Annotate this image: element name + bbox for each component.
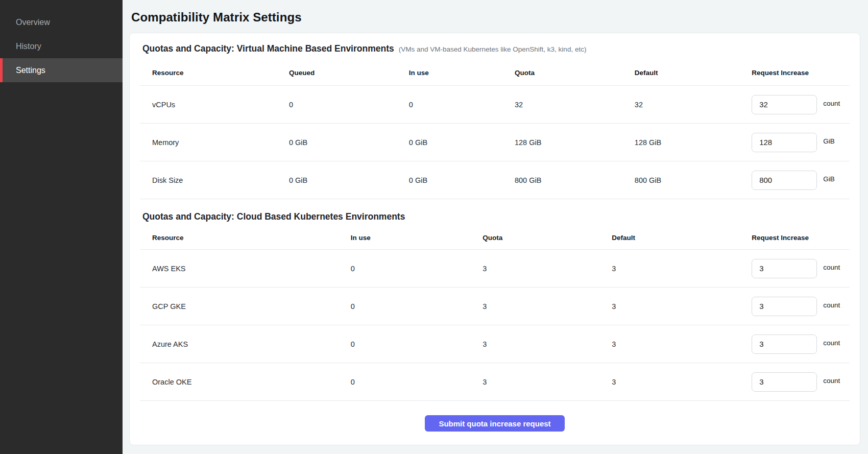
quota-value: 128 GiB bbox=[515, 138, 635, 147]
column-header-quota: Quota bbox=[483, 234, 612, 242]
request-increase-cell: count bbox=[752, 334, 850, 354]
table-row-oracle-oke: Oracle OKE 0 3 3 count bbox=[140, 363, 850, 401]
resource-name: Azure AKS bbox=[140, 340, 351, 348]
sidebar-item-label: History bbox=[16, 42, 41, 51]
quota-value: 3 bbox=[483, 302, 612, 310]
table-row-gcp-gke: GCP GKE 0 3 3 count bbox=[140, 288, 850, 325]
active-indicator bbox=[0, 58, 3, 82]
in-use-value: 0 GiB bbox=[409, 176, 515, 184]
resource-name: AWS EKS bbox=[140, 265, 351, 273]
vm-section-header: Quotas and Capacity: Virtual Machine Bas… bbox=[142, 43, 850, 54]
unit-label: count bbox=[823, 377, 840, 385]
sidebar-nav: Overview History Settings bbox=[0, 0, 123, 82]
column-header-request-increase: Request Increase bbox=[752, 234, 850, 242]
settings-card: Quotas and Capacity: Virtual Machine Bas… bbox=[129, 33, 860, 445]
unit-label: GiB bbox=[823, 137, 835, 145]
resource-name: vCPUs bbox=[140, 101, 289, 109]
unit-label: GiB bbox=[823, 175, 835, 183]
quota-value: 800 GiB bbox=[515, 176, 635, 184]
table-row-aws-eks: AWS EKS 0 3 3 count bbox=[140, 250, 850, 288]
column-header-request-increase: Request Increase bbox=[752, 69, 850, 77]
quota-value: 3 bbox=[483, 340, 612, 348]
default-value: 32 bbox=[635, 101, 752, 109]
in-use-value: 0 bbox=[351, 265, 483, 273]
column-header-default: Default bbox=[612, 234, 752, 242]
sidebar-item-overview[interactable]: Overview bbox=[0, 10, 123, 34]
disk-size-request-input[interactable] bbox=[752, 171, 817, 190]
column-header-default: Default bbox=[635, 69, 752, 77]
sidebar-item-label: Settings bbox=[16, 66, 45, 75]
vm-section-subtitle: (VMs and VM-based Kubernetes like OpenSh… bbox=[399, 45, 587, 53]
cloud-quota-table: Resource In use Quota Default Request In… bbox=[140, 226, 850, 401]
quota-value: 3 bbox=[483, 265, 612, 273]
resource-name: Disk Size bbox=[140, 176, 289, 184]
quota-value: 32 bbox=[515, 101, 635, 109]
vcpus-request-input[interactable] bbox=[752, 95, 817, 114]
default-value: 128 GiB bbox=[635, 138, 752, 147]
in-use-value: 0 bbox=[351, 302, 483, 310]
cloud-section-header: Quotas and Capacity: Cloud Based Kuberne… bbox=[142, 211, 850, 222]
column-header-resource: Resource bbox=[140, 234, 351, 242]
default-value: 800 GiB bbox=[635, 176, 752, 184]
table-row-memory: Memory 0 GiB 0 GiB 128 GiB 128 GiB GiB bbox=[140, 124, 850, 161]
column-header-resource: Resource bbox=[140, 69, 289, 77]
column-header-queued: Queued bbox=[289, 69, 409, 77]
table-row-vcpus: vCPUs 0 0 32 32 count bbox=[140, 86, 850, 124]
in-use-value: 0 GiB bbox=[409, 138, 515, 147]
azure-aks-request-input[interactable] bbox=[752, 334, 817, 354]
request-increase-cell: count bbox=[752, 259, 850, 278]
resource-name: Oracle OKE bbox=[140, 378, 351, 386]
gcp-gke-request-input[interactable] bbox=[752, 297, 817, 316]
default-value: 3 bbox=[612, 265, 752, 273]
in-use-value: 0 bbox=[409, 101, 515, 109]
queued-value: 0 GiB bbox=[289, 176, 409, 184]
unit-label: count bbox=[823, 339, 840, 347]
column-header-in-use: In use bbox=[351, 234, 483, 242]
cloud-section-title: Quotas and Capacity: Cloud Based Kuberne… bbox=[142, 211, 405, 222]
table-row-disk-size: Disk Size 0 GiB 0 GiB 800 GiB 800 GiB Gi… bbox=[140, 161, 850, 199]
unit-label: count bbox=[823, 100, 840, 107]
main-content: Compatibility Matrix Settings Quotas and… bbox=[123, 0, 868, 454]
request-increase-cell: count bbox=[752, 372, 850, 392]
queued-value: 0 bbox=[289, 101, 409, 109]
sidebar-item-history[interactable]: History bbox=[0, 34, 123, 58]
table-row-azure-aks: Azure AKS 0 3 3 count bbox=[140, 325, 850, 363]
queued-value: 0 GiB bbox=[289, 138, 409, 147]
in-use-value: 0 bbox=[351, 378, 483, 386]
submit-quota-increase-button[interactable]: Submit quota increase request bbox=[425, 415, 564, 432]
column-header-in-use: In use bbox=[409, 69, 515, 77]
default-value: 3 bbox=[612, 302, 752, 310]
resource-name: Memory bbox=[140, 138, 289, 147]
default-value: 3 bbox=[612, 340, 752, 348]
vm-section-title: Quotas and Capacity: Virtual Machine Bas… bbox=[142, 43, 394, 54]
column-header-quota: Quota bbox=[515, 69, 635, 77]
memory-request-input[interactable] bbox=[752, 133, 817, 152]
submit-button-row: Submit quota increase request bbox=[140, 415, 850, 432]
request-increase-cell: GiB bbox=[752, 171, 850, 190]
request-increase-cell: count bbox=[752, 95, 850, 114]
quota-value: 3 bbox=[483, 378, 612, 386]
oracle-oke-request-input[interactable] bbox=[752, 372, 817, 392]
in-use-value: 0 bbox=[351, 340, 483, 348]
vm-table-header: Resource Queued In use Quota Default Req… bbox=[140, 60, 850, 86]
unit-label: count bbox=[823, 301, 840, 309]
unit-label: count bbox=[823, 264, 840, 271]
sidebar-item-label: Overview bbox=[16, 18, 50, 27]
resource-name: GCP GKE bbox=[140, 302, 351, 310]
cloud-table-header: Resource In use Quota Default Request In… bbox=[140, 226, 850, 250]
default-value: 3 bbox=[612, 378, 752, 386]
sidebar: Overview History Settings bbox=[0, 0, 123, 454]
request-increase-cell: count bbox=[752, 297, 850, 316]
sidebar-item-settings[interactable]: Settings bbox=[0, 58, 123, 82]
request-increase-cell: GiB bbox=[752, 133, 850, 152]
vm-quota-table: Resource Queued In use Quota Default Req… bbox=[140, 60, 850, 199]
page-title: Compatibility Matrix Settings bbox=[131, 10, 860, 25]
aws-eks-request-input[interactable] bbox=[752, 259, 817, 278]
